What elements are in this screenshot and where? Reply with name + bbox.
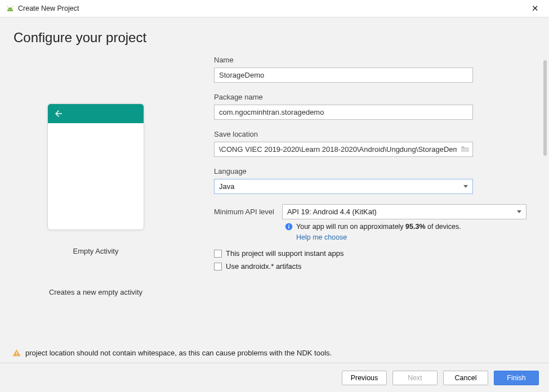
- save-location-input[interactable]: [214, 142, 473, 157]
- svg-line-3: [12, 6, 14, 8]
- warning-row: project location should not contain whit…: [12, 349, 332, 357]
- back-arrow-icon: [53, 109, 64, 119]
- save-location-label: Save location: [214, 130, 526, 138]
- package-input[interactable]: [214, 105, 473, 120]
- phone-toolbar: [48, 104, 144, 123]
- browse-folder-icon[interactable]: [461, 145, 470, 154]
- language-value: Java: [219, 182, 234, 191]
- chevron-down-icon: [517, 210, 521, 213]
- svg-rect-7: [16, 352, 17, 354]
- svg-rect-5: [288, 226, 289, 229]
- api-label: Minimum API level: [214, 208, 274, 216]
- page-heading: Configure your project: [14, 30, 535, 46]
- finish-button[interactable]: Finish: [494, 371, 539, 385]
- preview-subtitle: Creates a new empty activity: [49, 288, 142, 296]
- svg-rect-8: [16, 355, 17, 355]
- next-button: Next: [392, 371, 438, 385]
- androidx-label: Use androidx.* artifacts: [226, 262, 301, 271]
- preview-column: Empty Activity Creates a new empty activ…: [11, 56, 197, 363]
- api-info: Your app will run on approximately 95.3%…: [285, 223, 526, 231]
- package-label: Package name: [214, 93, 526, 101]
- phone-preview: [47, 103, 144, 230]
- api-level-dropdown[interactable]: API 19: Android 4.4 (KitKat): [282, 204, 526, 219]
- warning-icon: [12, 349, 21, 357]
- api-level-value: API 19: Android 4.4 (KitKat): [287, 208, 377, 216]
- name-label: Name: [214, 56, 526, 64]
- svg-point-1: [11, 9, 12, 10]
- close-button[interactable]: ✕: [527, 3, 543, 13]
- instant-apps-checkbox[interactable]: [214, 250, 222, 258]
- android-icon: [6, 6, 15, 11]
- info-icon: [285, 223, 293, 231]
- warning-text: project location should not contain whit…: [25, 349, 332, 357]
- title-bar: Create New Project ✕: [0, 0, 549, 17]
- svg-point-6: [288, 224, 289, 226]
- name-input[interactable]: [214, 67, 473, 83]
- previous-button[interactable]: Previous: [342, 371, 387, 385]
- cancel-button[interactable]: Cancel: [443, 371, 488, 385]
- chevron-down-icon: [463, 185, 468, 188]
- androidx-checkbox[interactable]: [214, 263, 222, 271]
- svg-point-0: [8, 9, 10, 10]
- language-label: Language: [214, 167, 526, 175]
- bottom-bar: Previous Next Cancel Finish: [0, 363, 549, 392]
- svg-line-2: [7, 6, 8, 8]
- language-dropdown[interactable]: Java: [214, 179, 473, 194]
- instant-apps-label: This project will support instant apps: [226, 249, 344, 258]
- scrollbar[interactable]: [543, 60, 547, 341]
- window-title: Create New Project: [18, 4, 79, 12]
- form-column: Name Package name Save location Language: [197, 56, 538, 363]
- help-me-choose-link[interactable]: Help me choose: [296, 233, 347, 241]
- preview-title: Empty Activity: [73, 247, 119, 255]
